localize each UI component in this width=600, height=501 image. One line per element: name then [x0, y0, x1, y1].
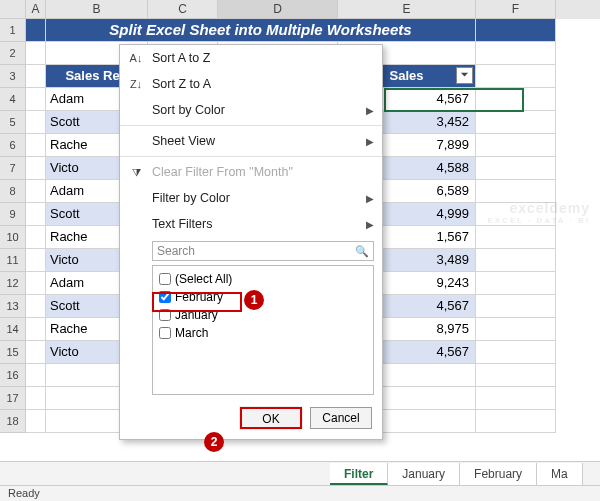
chevron-right-icon: ▶ [366, 105, 374, 116]
row-header[interactable]: 9 [0, 203, 26, 226]
row-header[interactable]: 2 [0, 42, 26, 65]
checkbox-february[interactable] [159, 291, 171, 303]
tab-february[interactable]: February [460, 463, 537, 485]
sheet-tabs: Filter January February Ma [0, 461, 600, 485]
sort-by-color-label: Sort by Color [152, 103, 225, 117]
filter-option-label: (Select All) [175, 272, 232, 286]
clear-filter-label: Clear Filter From "Month" [152, 165, 293, 179]
filter-option-label: February [175, 290, 223, 304]
col-header-b[interactable]: B [46, 0, 148, 19]
tab-march[interactable]: Ma [537, 463, 583, 485]
row-header[interactable]: 8 [0, 180, 26, 203]
clear-filter-icon: ⧩ [126, 166, 146, 179]
row: 1Split Excel Sheet into Multiple Workshe… [0, 19, 600, 42]
row-header[interactable]: 12 [0, 272, 26, 295]
row-header[interactable]: 7 [0, 157, 26, 180]
filter-dropdown-button[interactable] [456, 67, 473, 84]
sort-z-a[interactable]: Z↓Sort Z to A [120, 71, 382, 97]
menu-separator [120, 156, 382, 157]
row-header[interactable]: 5 [0, 111, 26, 134]
col-header-c[interactable]: C [148, 0, 218, 19]
select-all-corner[interactable] [0, 0, 26, 19]
row-header[interactable]: 13 [0, 295, 26, 318]
row-header[interactable]: 10 [0, 226, 26, 249]
row-header[interactable]: 18 [0, 410, 26, 433]
filter-by-color[interactable]: Filter by Color▶ [120, 185, 382, 211]
filter-search-input[interactable]: Search🔍 [152, 241, 374, 261]
text-filters-label: Text Filters [152, 217, 212, 231]
row-header[interactable]: 6 [0, 134, 26, 157]
annotation-callout-2: 2 [204, 432, 224, 452]
filter-option-label: March [175, 326, 208, 340]
checkbox-january[interactable] [159, 309, 171, 321]
annotation-callout-1: 1 [244, 290, 264, 310]
tab-filter[interactable]: Filter [330, 463, 388, 485]
clear-filter: ⧩Clear Filter From "Month" [120, 159, 382, 185]
col-header-a[interactable]: A [26, 0, 46, 19]
column-headers: A B C D E F [0, 0, 600, 19]
row-header[interactable]: 15 [0, 341, 26, 364]
col-header-f[interactable]: F [476, 0, 556, 19]
search-placeholder: Search [157, 244, 195, 258]
sort-by-color[interactable]: Sort by Color▶ [120, 97, 382, 123]
filter-option-select-all[interactable]: (Select All) [159, 270, 367, 288]
row-header[interactable]: 1 [0, 19, 26, 42]
text-filters[interactable]: Text Filters▶ [120, 211, 382, 237]
chevron-right-icon: ▶ [366, 136, 374, 147]
row-header[interactable]: 14 [0, 318, 26, 341]
col-header-d[interactable]: D [218, 0, 338, 19]
filter-values-list[interactable]: (Select All) February January March [152, 265, 374, 395]
filter-by-color-label: Filter by Color [152, 191, 230, 205]
search-icon: 🔍 [355, 245, 369, 258]
row-header[interactable]: 11 [0, 249, 26, 272]
menu-separator [120, 125, 382, 126]
filter-option-label: January [175, 308, 218, 322]
row-header[interactable]: 16 [0, 364, 26, 387]
row-header[interactable]: 17 [0, 387, 26, 410]
sort-a-z-label: Sort A to Z [152, 51, 210, 65]
filter-option-march[interactable]: March [159, 324, 367, 342]
page-title: Split Excel Sheet into Multiple Workshee… [46, 19, 476, 42]
row-header[interactable]: 3 [0, 65, 26, 88]
sort-desc-icon: Z↓ [126, 78, 146, 90]
checkbox-select-all[interactable] [159, 273, 171, 285]
row-header[interactable]: 4 [0, 88, 26, 111]
checkbox-march[interactable] [159, 327, 171, 339]
chevron-right-icon: ▶ [366, 219, 374, 230]
sort-asc-icon: A↓ [126, 52, 146, 64]
status-bar: Ready [0, 485, 600, 501]
filter-dialog-buttons: OK Cancel [120, 399, 382, 439]
filter-option-january[interactable]: January [159, 306, 367, 324]
sort-a-z[interactable]: A↓Sort A to Z [120, 45, 382, 71]
sheet-view-label: Sheet View [152, 134, 215, 148]
filter-context-menu: A↓Sort A to Z Z↓Sort Z to A Sort by Colo… [119, 44, 383, 440]
cancel-button[interactable]: Cancel [310, 407, 372, 429]
chevron-right-icon: ▶ [366, 193, 374, 204]
sheet-view[interactable]: Sheet View▶ [120, 128, 382, 154]
sort-z-a-label: Sort Z to A [152, 77, 211, 91]
tab-january[interactable]: January [388, 463, 460, 485]
ok-button[interactable]: OK [240, 407, 302, 429]
col-header-e[interactable]: E [338, 0, 476, 19]
